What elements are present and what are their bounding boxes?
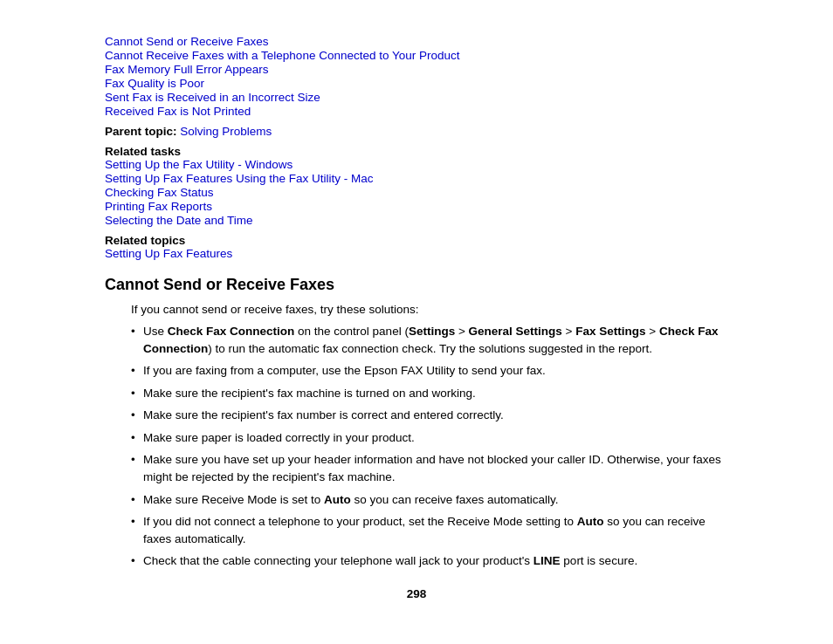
link-received-not-printed[interactable]: Received Fax is Not Printed [105,105,251,118]
link-selecting-date[interactable]: Selecting the Date and Time [105,214,253,227]
bullet-item-2: Make sure the recipient's fax machine is… [131,385,728,402]
bullet-list: Use Check Fax Connection on the control … [131,323,728,570]
parent-topic-label: Parent topic: [105,125,177,138]
page-number: 298 [105,587,728,600]
link-cannot-receive-telephone[interactable]: Cannot Receive Faxes with a Telephone Co… [105,49,460,62]
intro-text: If you cannot send or receive faxes, try… [131,303,728,316]
page: Cannot Send or Receive FaxesCannot Recei… [0,0,833,644]
bullet-item-5: Make sure you have set up your header in… [131,451,728,485]
parent-topic-line: Parent topic: Solving Problems [105,125,728,138]
bullet-item-0: Use Check Fax Connection on the control … [131,323,728,357]
related-topics-block: Related topics Setting Up Fax Features [105,234,728,260]
link-setting-up-fax[interactable]: Setting Up Fax Features [105,247,232,260]
related-tasks-heading: Related tasks [105,145,728,158]
link-printing-reports[interactable]: Printing Fax Reports [105,200,212,213]
related-topics-heading: Related topics [105,234,728,247]
bullet-item-7: If you did not connect a telephone to yo… [131,513,728,547]
bullet-item-8: Check that the cable connecting your tel… [131,552,728,570]
link-setup-windows[interactable]: Setting Up the Fax Utility - Windows [105,158,293,171]
link-setup-mac[interactable]: Setting Up Fax Features Using the Fax Ut… [105,172,374,185]
bullet-item-6: Make sure Receive Mode is set to Auto so… [131,491,728,509]
related-topics-label: Related topics [105,234,185,247]
related-tasks-label: Related tasks [105,145,181,158]
link-sent-fax-size[interactable]: Sent Fax is Received in an Incorrect Siz… [105,91,320,104]
related-topics-links: Setting Up Fax Features [105,247,728,260]
bullet-item-3: Make sure the recipient's fax number is … [131,407,728,424]
parent-topic-link[interactable]: Solving Problems [180,125,272,138]
bullet-item-1: If you are faxing from a computer, use t… [131,362,728,380]
top-links-list: Cannot Send or Receive FaxesCannot Recei… [105,35,728,118]
bullet-item-4: Make sure paper is loaded correctly in y… [131,429,728,447]
link-fax-quality[interactable]: Fax Quality is Poor [105,77,204,90]
main-section-heading: Cannot Send or Receive Faxes [105,276,728,294]
link-cannot-send[interactable]: Cannot Send or Receive Faxes [105,35,269,48]
related-tasks-links: Setting Up the Fax Utility - WindowsSett… [105,158,728,227]
link-fax-memory[interactable]: Fax Memory Full Error Appears [105,63,269,76]
link-checking-fax[interactable]: Checking Fax Status [105,186,214,199]
related-tasks-block: Related tasks Setting Up the Fax Utility… [105,145,728,227]
